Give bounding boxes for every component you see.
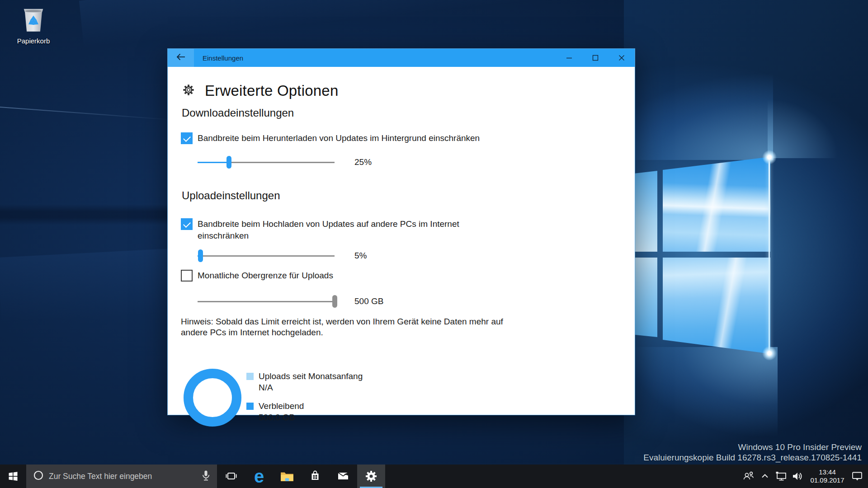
- slider-thumb[interactable]: [332, 295, 337, 308]
- legend-remaining-value: 500.0 GB: [259, 412, 304, 423]
- legend-swatch-remaining: [246, 403, 254, 410]
- monthly-upload-limit-checkbox[interactable]: [181, 270, 193, 282]
- cortana-icon: [33, 469, 44, 483]
- close-button[interactable]: [609, 49, 635, 67]
- watermark-line-2: Evaluierungskopie Build 16278.rs3_releas…: [643, 452, 862, 463]
- taskbar: 13:44 01.09.2017: [0, 465, 868, 488]
- watermark-line-1: Windows 10 Pro Insider Preview: [643, 442, 862, 452]
- windows-hero-logo: [634, 154, 770, 358]
- store-button[interactable]: [301, 465, 329, 488]
- titlebar: Einstellungen: [168, 49, 635, 67]
- clock-time: 13:44: [819, 468, 836, 476]
- recycle-bin-label: Papierkorb: [13, 37, 54, 45]
- back-arrow-icon: [175, 52, 186, 64]
- tray-overflow-button[interactable]: [757, 465, 773, 488]
- slider-fill: [198, 162, 229, 163]
- recycle-bin-icon: [19, 27, 47, 35]
- mail-button[interactable]: [329, 465, 357, 488]
- hero-pane-bottom-left: [634, 258, 657, 337]
- download-bandwidth-slider[interactable]: [198, 156, 335, 169]
- close-icon: [618, 55, 625, 61]
- wallpaper-band: [0, 204, 172, 225]
- microphone-icon[interactable]: [199, 469, 212, 484]
- people-icon: [742, 469, 755, 483]
- file-explorer-button[interactable]: [273, 465, 301, 488]
- action-center-button[interactable]: [849, 465, 865, 488]
- upload-limit-hint: Hinweis: Sobald das Limit erreicht ist, …: [181, 316, 506, 338]
- upload-bandwidth-slider[interactable]: [198, 249, 335, 262]
- people-button[interactable]: [741, 465, 757, 488]
- legend-swatch-uploads: [246, 373, 254, 380]
- task-view-icon: [225, 470, 237, 482]
- hero-pane-top-right: [663, 157, 770, 252]
- hero-edge-glow: [769, 157, 770, 354]
- upload-slider-value: 5%: [354, 251, 367, 261]
- legend-item-remaining: Verbleibend 500.0 GB: [246, 400, 363, 423]
- monthly-upload-limit-slider[interactable]: [198, 295, 335, 308]
- back-button[interactable]: [168, 49, 194, 67]
- search-input[interactable]: [48, 471, 195, 482]
- edge-icon: [254, 467, 264, 485]
- edge-browser-button[interactable]: [245, 465, 273, 488]
- network-button[interactable]: [773, 465, 789, 488]
- store-icon: [308, 469, 322, 483]
- wallpaper-band: [0, 249, 174, 339]
- network-icon: [774, 469, 788, 483]
- maximize-icon: [592, 55, 599, 61]
- clock-date: 01.09.2017: [810, 476, 844, 484]
- settings-window: Einstellungen: [168, 49, 635, 415]
- monthly-slider-value: 500 GB: [354, 296, 383, 306]
- upload-usage-donut-chart: [184, 369, 241, 427]
- insider-watermark: Windows 10 Pro Insider Preview Evaluieru…: [643, 442, 862, 463]
- gear-icon: [182, 84, 195, 98]
- legend-uploads-value: N/A: [259, 382, 363, 393]
- windows-logo-icon: [8, 471, 19, 482]
- speaker-icon: [791, 469, 804, 483]
- action-center-icon: [850, 469, 864, 483]
- wallpaper-beam: [0, 106, 176, 120]
- minimize-button[interactable]: [556, 49, 582, 67]
- desktop: Papierkorb Windows 10 Pro Insider Previe…: [0, 0, 868, 488]
- window-title: Einstellungen: [203, 54, 243, 62]
- legend-uploads-label: Uploads seit Monatsanfang: [259, 371, 363, 382]
- start-button[interactable]: [0, 465, 26, 488]
- slider-track[interactable]: [198, 255, 335, 257]
- taskbar-clock[interactable]: 13:44 01.09.2017: [806, 465, 849, 488]
- hero-flare: [762, 150, 777, 165]
- chevron-up-icon: [758, 469, 772, 483]
- recycle-bin-desktop-icon[interactable]: Papierkorb: [13, 4, 54, 45]
- legend-remaining-label: Verbleibend: [259, 400, 304, 412]
- slider-thumb[interactable]: [198, 249, 203, 262]
- file-explorer-icon: [280, 470, 294, 483]
- minimize-icon: [566, 55, 572, 61]
- donut-legend: Uploads seit Monatsanfang N/A Verbleiben…: [246, 371, 363, 423]
- download-limit-checkbox-label[interactable]: Bandbreite beim Herunterladen von Update…: [198, 132, 480, 144]
- settings-app-button[interactable]: [357, 465, 385, 488]
- upload-limit-checkbox-label[interactable]: Bandbreite beim Hochladen von Updates au…: [198, 218, 462, 242]
- hero-pane-top-left: [634, 171, 657, 252]
- taskbar-search-box[interactable]: [26, 465, 217, 488]
- hero-flare: [762, 346, 777, 361]
- settings-gear-icon: [364, 469, 378, 483]
- download-limit-checkbox[interactable]: [181, 132, 193, 144]
- settings-content: Erweiterte Optionen Downloadeinstellunge…: [168, 67, 635, 415]
- upload-section-heading: Uploadeinstellungen: [182, 189, 280, 202]
- download-section-heading: Downloadeinstellungen: [182, 107, 294, 119]
- legend-item-uploads: Uploads seit Monatsanfang N/A: [246, 371, 363, 393]
- monthly-upload-limit-checkbox-label[interactable]: Monatliche Obergrenze für Uploads: [198, 270, 333, 282]
- hero-pane-bottom-right: [663, 258, 770, 354]
- mail-icon: [336, 469, 350, 483]
- task-view-button[interactable]: [217, 465, 245, 488]
- volume-button[interactable]: [789, 465, 806, 488]
- upload-limit-checkbox[interactable]: [181, 218, 193, 230]
- system-tray: 13:44 01.09.2017: [741, 465, 868, 488]
- slider-thumb[interactable]: [226, 156, 231, 169]
- slider-fill: [198, 301, 335, 302]
- page-title: Erweiterte Optionen: [205, 82, 338, 99]
- download-slider-value: 25%: [354, 157, 372, 167]
- maximize-button[interactable]: [582, 49, 609, 67]
